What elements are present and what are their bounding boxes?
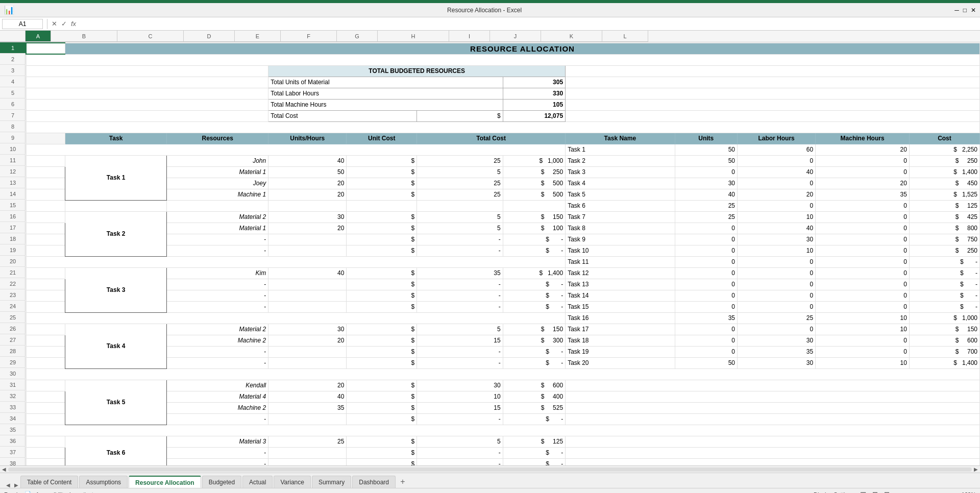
col-header-E[interactable]: E <box>235 31 281 42</box>
row-header-17[interactable]: 17 <box>0 222 26 233</box>
right-task4-name: Task 4 <box>566 178 675 189</box>
row-header-15[interactable]: 15 <box>0 200 26 211</box>
right-header-task-name: Task Name <box>566 133 675 144</box>
row-header-3[interactable]: 3 <box>0 65 26 76</box>
tab-resource-allocation[interactable]: Resource Allocation <box>129 476 201 488</box>
status-cell-mode-icon: 📄 <box>24 491 32 493</box>
scroll-tabs-right[interactable]: ▶ <box>12 482 20 488</box>
row-13: Joey 20 $ 25 $ 500 Task 4 30 0 20 $ 450 <box>26 178 980 189</box>
scroll-right-icon[interactable]: ▶ <box>974 466 978 472</box>
row-header-16[interactable]: 16 <box>0 211 26 222</box>
row-header-2[interactable]: 2 <box>0 54 26 65</box>
row-header-23[interactable]: 23 <box>0 289 26 301</box>
cancel-formula-icon[interactable]: ✕ <box>52 20 57 28</box>
right-task1-labor: 60 <box>738 144 816 155</box>
row-header-10[interactable]: 10 <box>0 143 26 155</box>
row-header-20[interactable]: 20 <box>0 256 26 267</box>
view-page-break-icon[interactable]: ⊞ <box>884 490 890 493</box>
row-header-7[interactable]: 7 <box>0 110 26 121</box>
col-header-B[interactable]: B <box>51 31 117 42</box>
row-header-32[interactable]: 32 <box>0 390 26 402</box>
col-header-A[interactable]: A <box>26 31 51 42</box>
row-header-9[interactable]: 9 <box>0 132 26 143</box>
row-header-33[interactable]: 33 <box>0 402 26 413</box>
row-header-35[interactable]: 35 <box>0 424 26 435</box>
row-19: - $ - $ - Task 10 0 10 0 $ 250 <box>26 245 980 256</box>
row-header-30[interactable]: 30 <box>0 368 26 379</box>
formula-bar-divider <box>47 19 47 29</box>
view-page-layout-icon[interactable]: ⊟ <box>872 490 878 493</box>
col-header-G[interactable]: G <box>337 31 378 42</box>
summary-value-3: 105 <box>503 99 566 110</box>
row-header-38[interactable]: 38 <box>0 458 26 465</box>
row-header-14[interactable]: 14 <box>0 188 26 200</box>
col-header-C[interactable]: C <box>117 31 184 42</box>
col-header-L[interactable]: L <box>602 31 648 42</box>
zoom-in-icon[interactable]: + <box>952 491 955 494</box>
row-header-31[interactable]: 31 <box>0 379 26 390</box>
maximize-icon[interactable]: □ <box>963 7 967 14</box>
row-18: - $ - $ - Task 9 0 30 0 $ 750 <box>26 234 980 245</box>
summary-label-1: Total Units of Material <box>268 77 503 88</box>
row-header-4[interactable]: 4 <box>0 76 26 87</box>
row-header-37[interactable]: 37 <box>0 447 26 458</box>
cell-A1[interactable] <box>26 43 65 54</box>
row-header-28[interactable]: 28 <box>0 346 26 357</box>
right-task1-units: 50 <box>675 144 738 155</box>
right-task16-name: Task 16 <box>566 312 675 324</box>
close-icon[interactable]: ✕ <box>971 7 976 14</box>
row-header-6[interactable]: 6 <box>0 98 26 110</box>
row-header-11[interactable]: 11 <box>0 155 26 166</box>
accessibility-text[interactable]: Accessibility: Investigate <box>36 491 96 494</box>
tab-add[interactable]: + <box>397 476 409 488</box>
row-header-5[interactable]: 5 <box>0 87 26 98</box>
tab-variance[interactable]: Variance <box>274 476 310 488</box>
row-header-18[interactable]: 18 <box>0 233 26 244</box>
view-normal-icon[interactable]: ▦ <box>860 490 866 493</box>
tab-summary[interactable]: Summary <box>312 476 351 488</box>
right-task2-labor: 0 <box>738 155 816 166</box>
col-header-J[interactable]: J <box>490 31 541 42</box>
row-11: Task 1 John 40 $ 25 $ 1,000 Task 2 50 0 … <box>26 155 980 166</box>
tab-actual[interactable]: Actual <box>242 476 273 488</box>
row-header-29[interactable]: 29 <box>0 357 26 368</box>
row-26: Task 4 Material 2 30 $ 5 $ 150 Task 17 0… <box>26 324 980 335</box>
col-header-I[interactable]: I <box>449 31 490 42</box>
display-settings[interactable]: Display Settings <box>814 491 854 494</box>
row-header-36[interactable]: 36 <box>0 435 26 447</box>
right-header-labor: Labor Hours <box>738 133 816 144</box>
summary-value-4: 12,075 <box>503 110 566 121</box>
col-header-D[interactable]: D <box>184 31 235 42</box>
row-header-21[interactable]: 21 <box>0 267 26 278</box>
zoom-out-icon[interactable]: − <box>896 491 899 494</box>
row-header-22[interactable]: 22 <box>0 278 26 289</box>
scroll-left-icon[interactable]: ◀ <box>2 466 6 472</box>
row-header-13[interactable]: 13 <box>0 177 26 188</box>
row-header-25[interactable]: 25 <box>0 312 26 323</box>
name-box[interactable]: A1 <box>2 19 43 29</box>
col-header-F[interactable]: F <box>281 31 337 42</box>
tab-table-of-content[interactable]: Table of Content <box>20 476 78 488</box>
minimize-icon[interactable]: ─ <box>954 7 959 14</box>
scroll-tabs-left[interactable]: ◀ <box>4 482 12 488</box>
col-header-K[interactable]: K <box>541 31 602 42</box>
row-header-12[interactable]: 12 <box>0 166 26 177</box>
row-24: - $ - $ - Task 15 0 0 0 $ - <box>26 301 980 312</box>
row-header-8[interactable]: 8 <box>0 121 26 132</box>
row-header-34[interactable]: 34 <box>0 413 26 424</box>
tab-dashboard[interactable]: Dashboard <box>352 476 396 488</box>
row-header-1[interactable]: 1 <box>0 42 26 54</box>
confirm-formula-icon[interactable]: ✓ <box>61 20 67 28</box>
row-header-26[interactable]: 26 <box>0 323 26 334</box>
horizontal-scrollbar[interactable]: ◀ ▶ <box>0 465 980 473</box>
tab-assumptions[interactable]: Assumptions <box>79 476 128 488</box>
right-task12-name: Task 12 <box>566 267 675 279</box>
formula-input[interactable] <box>78 20 978 28</box>
main-header-task: Task <box>65 133 167 144</box>
col-header-H[interactable]: H <box>378 31 449 42</box>
right-task3-name: Task 3 <box>566 166 675 178</box>
row-header-24[interactable]: 24 <box>0 301 26 312</box>
tab-budgeted[interactable]: Budgeted <box>202 476 241 488</box>
row-header-27[interactable]: 27 <box>0 334 26 346</box>
row-header-19[interactable]: 19 <box>0 244 26 256</box>
